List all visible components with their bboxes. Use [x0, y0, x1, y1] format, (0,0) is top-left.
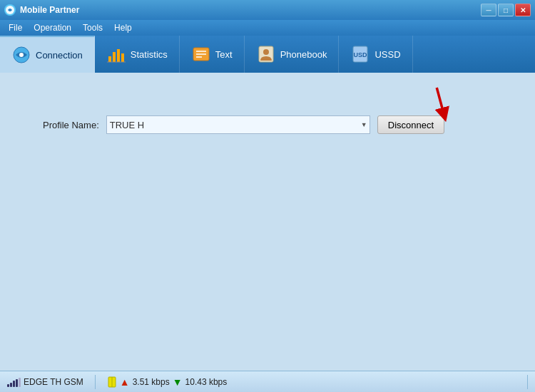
status-sep2 — [527, 375, 528, 389]
svg-rect-4 — [113, 52, 116, 62]
svg-text:USD: USD — [354, 51, 368, 58]
menu-file[interactable]: File — [3, 21, 28, 34]
window-title: Mobile Partner — [20, 5, 481, 15]
bar3 — [13, 381, 15, 387]
bar4 — [16, 379, 18, 387]
upload-speed: 3.51 kbps — [133, 377, 170, 387]
status-sep1 — [95, 375, 96, 389]
bar1 — [7, 384, 9, 387]
svg-rect-3 — [108, 56, 111, 62]
download-arrow: ▼ — [173, 376, 183, 388]
statusbar: EDGE TH GSM ▲ 3.51 kbps ▼ 10.43 kbps — [0, 371, 535, 392]
tab-phonebook[interactable]: Phonebook — [245, 36, 340, 73]
tab-text[interactable]: Text — [180, 36, 245, 73]
tab-statistics-label: Statistics — [131, 49, 168, 60]
app-icon — [4, 4, 16, 16]
tab-phonebook-label: Phonebook — [280, 49, 327, 60]
tab-ussd-label: USSD — [374, 49, 400, 60]
menu-operation[interactable]: Operation — [28, 21, 77, 34]
ussd-icon: USD — [350, 44, 370, 64]
menubar: File Operation Tools Help — [0, 20, 535, 36]
bar2 — [10, 383, 12, 387]
disconnect-button[interactable]: Disconnect — [377, 115, 444, 134]
svg-point-2 — [19, 53, 24, 57]
tabbar: Connection Statistics Text — [0, 36, 535, 73]
profile-row: Profile Name: TRUE H Disconnect — [43, 115, 444, 134]
profile-name-label: Profile Name: — [43, 120, 99, 130]
transfer-icon — [107, 376, 117, 388]
tab-ussd[interactable]: USD USSD — [339, 36, 412, 73]
tab-text-label: Text — [215, 49, 233, 60]
close-button[interactable]: ✕ — [515, 4, 531, 16]
main-content: Profile Name: TRUE H Disconnect — [0, 73, 535, 371]
upload-area: ▲ 3.51 kbps ▼ 10.43 kbps — [107, 376, 227, 388]
titlebar: Mobile Partner ─ □ ✕ — [0, 0, 535, 20]
minimize-button[interactable]: ─ — [481, 4, 496, 16]
connection-icon — [11, 45, 31, 65]
download-speed: 10.43 kbps — [185, 377, 228, 387]
signal-area: EDGE TH GSM — [7, 377, 83, 387]
profile-name-select[interactable]: TRUE H — [106, 115, 370, 134]
signal-bars — [7, 377, 21, 387]
profile-select-wrapper: TRUE H — [106, 115, 370, 134]
svg-point-13 — [263, 49, 269, 55]
tab-connection[interactable]: Connection — [0, 36, 95, 73]
statistics-icon — [106, 44, 126, 64]
menu-tools[interactable]: Tools — [77, 21, 108, 34]
window-controls: ─ □ ✕ — [481, 4, 531, 16]
phonebook-icon — [256, 44, 276, 64]
menu-help[interactable]: Help — [108, 21, 138, 34]
svg-line-16 — [427, 88, 454, 115]
upload-arrow: ▲ — [120, 376, 130, 388]
maximize-button[interactable]: □ — [498, 4, 514, 16]
tab-connection-label: Connection — [36, 50, 83, 61]
network-label: EDGE TH GSM — [24, 377, 83, 387]
text-icon — [191, 44, 211, 64]
svg-rect-5 — [117, 49, 120, 62]
svg-rect-6 — [121, 53, 124, 62]
tab-statistics[interactable]: Statistics — [95, 36, 180, 73]
bar5 — [19, 378, 21, 387]
